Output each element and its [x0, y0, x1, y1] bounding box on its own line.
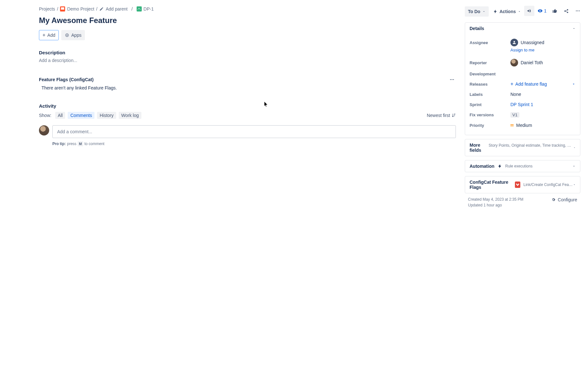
- fix-versions-value[interactable]: V1: [510, 112, 576, 118]
- configcat-panel-header[interactable]: ConfigCat Feature Flags Link/Create Conf…: [465, 176, 580, 193]
- plus-icon: +: [42, 33, 45, 38]
- protip-label: Pro tip:: [52, 142, 66, 146]
- status-dropdown[interactable]: To Do: [465, 6, 489, 17]
- configcat-icon: [515, 182, 520, 188]
- breadcrumb-sep: /: [57, 6, 58, 12]
- watcher-count: 1: [544, 8, 547, 13]
- reporter-text: Daniel Toth: [521, 60, 543, 65]
- breadcrumb-issue-key[interactable]: DP-1: [144, 6, 154, 12]
- chevron-down-icon: [572, 165, 576, 168]
- breadcrumb-projects[interactable]: Projects: [39, 6, 55, 12]
- more-fields-sub: Story Points, Original estimate, Time tr…: [489, 143, 573, 148]
- unassigned-avatar-icon: [510, 39, 518, 46]
- breadcrumb-sep: /: [132, 6, 133, 12]
- feature-flags-empty: There aren't any linked Feature Flags.: [39, 85, 456, 90]
- chevron-down-icon: [518, 10, 521, 13]
- priority-label: Priority: [470, 123, 510, 128]
- automation-panel-header[interactable]: Automation Rule executions: [465, 160, 580, 172]
- releases-label: Releases: [470, 82, 510, 87]
- tab-history[interactable]: History: [97, 112, 116, 119]
- sort-label: Newest first: [427, 113, 450, 118]
- updated-timestamp: Updated 1 hour ago: [468, 203, 523, 207]
- more-fields-panel-header[interactable]: More fields Story Points, Original estim…: [465, 139, 580, 156]
- more-actions-button[interactable]: [573, 6, 583, 16]
- megaphone-icon: [527, 8, 532, 13]
- like-button[interactable]: [550, 6, 560, 16]
- activity-heading: Activity: [39, 103, 456, 109]
- sprint-label: Sprint: [470, 102, 510, 107]
- fix-versions-label: Fix versions: [470, 112, 510, 117]
- configcat-sub: Link/Create ConfigCat Feature Flag: [524, 182, 573, 187]
- svg-point-2: [450, 79, 451, 80]
- comment-input[interactable]: Add a comment...: [52, 125, 456, 138]
- feature-flags-heading: Feature Flags (ConfigCat): [39, 77, 94, 82]
- automation-sub: Rule executions: [505, 164, 532, 168]
- chevron-up-icon: [572, 27, 576, 30]
- more-horizontal-icon: [449, 77, 455, 82]
- chevron-down-icon: [573, 146, 576, 149]
- assign-to-me-link[interactable]: Assign to me: [510, 48, 576, 52]
- assignee-value[interactable]: Unassigned: [510, 39, 576, 46]
- svg-point-3: [452, 79, 453, 80]
- add-feature-flag-text: Add feature flag: [515, 81, 547, 87]
- reporter-label: Reporter: [470, 60, 510, 65]
- assignee-label: Assignee: [470, 40, 510, 45]
- releases-value[interactable]: + Add feature flag: [510, 81, 576, 87]
- issue-title[interactable]: My Awesome Feature: [39, 16, 456, 25]
- sort-icon: [451, 113, 456, 118]
- activity-show-label: Show:: [39, 113, 51, 118]
- svg-point-0: [67, 35, 68, 36]
- gear-icon: [551, 197, 556, 202]
- tab-comments[interactable]: Comments: [68, 112, 94, 119]
- status-label: To Do: [468, 9, 480, 14]
- protip-key: M: [78, 141, 83, 146]
- svg-point-4: [453, 79, 454, 80]
- actions-dropdown[interactable]: Actions: [490, 6, 524, 17]
- add-button[interactable]: + Add: [39, 30, 59, 40]
- breadcrumb: Projects / Demo Project / Add parent / D…: [39, 6, 154, 12]
- configure-button[interactable]: Configure: [551, 197, 577, 202]
- issue-type-icon: [137, 6, 142, 12]
- svg-point-7: [579, 11, 580, 12]
- protip-rest: to comment: [85, 142, 105, 146]
- pencil-icon: [99, 7, 104, 11]
- project-icon: [60, 6, 65, 12]
- priority-value[interactable]: Medium: [510, 123, 576, 128]
- sprint-value[interactable]: DP Sprint 1: [510, 102, 576, 107]
- apps-button[interactable]: Apps: [61, 30, 85, 40]
- protip-press: press: [67, 142, 76, 146]
- labels-label: Labels: [470, 92, 510, 97]
- chevron-down-icon: [572, 82, 576, 86]
- tab-worklog[interactable]: Work log: [119, 112, 141, 119]
- development-label: Development: [470, 72, 510, 76]
- add-feature-flag-link[interactable]: + Add feature flag: [510, 81, 547, 87]
- configure-label: Configure: [558, 197, 577, 202]
- reporter-value[interactable]: Daniel Toth: [510, 59, 576, 66]
- fix-version-chip[interactable]: V1: [510, 112, 519, 118]
- bolt-icon: [498, 164, 502, 168]
- plus-icon: +: [510, 81, 513, 87]
- actions-label: Actions: [500, 9, 516, 14]
- breadcrumb-project[interactable]: Demo Project: [67, 6, 94, 12]
- automation-title: Automation: [470, 164, 494, 169]
- configcat-title: ConfigCat Feature Flags: [470, 180, 512, 190]
- breadcrumb-add-parent[interactable]: Add parent: [106, 6, 128, 12]
- details-panel-header[interactable]: Details: [465, 23, 580, 34]
- share-icon: [564, 8, 569, 13]
- reporter-avatar: [510, 59, 518, 66]
- feature-flags-more-button[interactable]: [448, 76, 456, 83]
- watchers-button[interactable]: 1: [536, 6, 548, 16]
- chevron-down-icon: [573, 183, 576, 186]
- labels-value[interactable]: None: [510, 92, 576, 97]
- svg-point-6: [577, 11, 578, 12]
- feedback-button[interactable]: [524, 6, 534, 16]
- share-button[interactable]: [561, 6, 571, 16]
- sort-button[interactable]: Newest first: [427, 113, 456, 118]
- apps-icon: [65, 33, 69, 37]
- description-field[interactable]: Add a description...: [39, 58, 456, 63]
- breadcrumb-sep: /: [96, 6, 97, 12]
- apps-button-label: Apps: [71, 33, 81, 38]
- eye-icon: [538, 8, 543, 13]
- current-user-avatar: [39, 125, 49, 135]
- tab-all[interactable]: All: [55, 112, 65, 119]
